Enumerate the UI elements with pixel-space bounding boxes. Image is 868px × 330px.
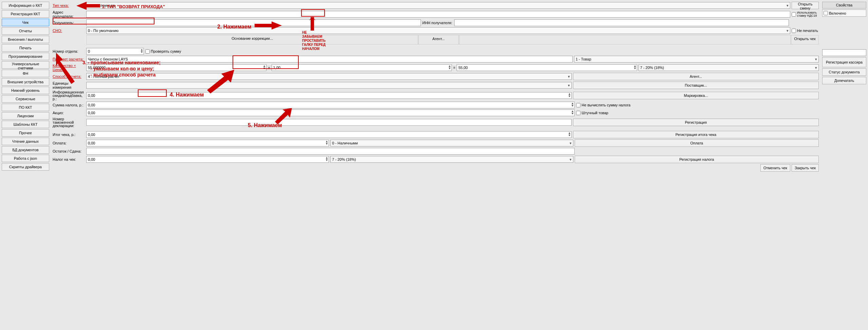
recipient-addr-label: Адрес получателя: bbox=[53, 10, 85, 18]
doc-status-button[interactable]: Статус документа bbox=[822, 68, 866, 76]
piece-goods-check[interactable]: Штучный товар bbox=[576, 111, 819, 115]
sno-combo[interactable]: 0 - По умолчанию bbox=[86, 27, 790, 34]
excise-label: Акциз: bbox=[53, 111, 85, 115]
check-type-combo[interactable]: 1 - Чек прихода bbox=[86, 2, 790, 9]
sidebar-item-ext-devices[interactable]: Внешние устройства bbox=[2, 78, 49, 86]
dept-no-input[interactable]: 0 bbox=[86, 48, 144, 55]
sidebar-item-kkt-software[interactable]: ПО ККТ bbox=[2, 104, 49, 111]
svg-marker-3 bbox=[207, 70, 234, 93]
sidebar-item-deposits[interactable]: Внесения / выплаты bbox=[2, 36, 49, 43]
marking-button[interactable]: Маркировка... bbox=[573, 92, 819, 99]
sno-label: СНО: bbox=[53, 29, 85, 33]
sidebar-item-fn[interactable]: ФН bbox=[2, 70, 49, 77]
cancel-check-button[interactable]: Отменить чек bbox=[760, 164, 790, 172]
change-input[interactable] bbox=[86, 148, 575, 155]
sidebar-item-programming[interactable]: Программирование bbox=[2, 53, 49, 60]
units-combo[interactable] bbox=[86, 82, 572, 89]
payment-input[interactable]: 0,00 bbox=[86, 140, 329, 146]
subject-input[interactable] bbox=[86, 56, 573, 63]
correction-button[interactable]: Основание коррекции... bbox=[86, 35, 418, 45]
payment-button[interactable]: Оплата bbox=[575, 139, 819, 147]
equals-label: = bbox=[453, 66, 455, 70]
price-input[interactable]: 1,00 bbox=[272, 64, 452, 71]
no-calc-tax-check[interactable]: Не вычислять сумму налога bbox=[576, 103, 819, 107]
recipient-input[interactable] bbox=[86, 19, 421, 26]
sidebar: Информация о ККТ Регистрация ККТ Чек Отч… bbox=[0, 0, 51, 204]
sidebar-item-json[interactable]: Работа с json bbox=[2, 155, 49, 162]
tax-sum-input[interactable]: 0,00 bbox=[86, 102, 575, 108]
sidebar-item-check[interactable]: Чек bbox=[2, 19, 49, 26]
sidebar-item-service[interactable]: Сервисные bbox=[2, 95, 49, 103]
svg-marker-1 bbox=[255, 21, 282, 30]
properties-header: Свойства bbox=[822, 2, 866, 8]
main-panel: Тип чека: 1 - Чек прихода Открыть смену … bbox=[51, 0, 820, 204]
sidebar-item-info[interactable]: Информация о ККТ bbox=[2, 2, 49, 9]
close-check-button[interactable]: Закрыть чек bbox=[792, 164, 819, 172]
info-discount-label: Информационная скидка/надбавка, р.: bbox=[53, 90, 85, 101]
info-discount-input[interactable]: 0,00 bbox=[86, 92, 572, 99]
excise-input[interactable]: 0,00 bbox=[86, 109, 575, 116]
check-total-label: Итог чека, р.: bbox=[53, 133, 85, 137]
verify-sum-check[interactable]: Проверять сумму bbox=[145, 49, 181, 54]
agent-button-top[interactable]: Агент... bbox=[418, 35, 459, 45]
inn-input[interactable] bbox=[454, 19, 789, 26]
right-input[interactable] bbox=[822, 49, 866, 56]
sidebar-item-scripts[interactable]: Скрипты драйвера bbox=[2, 163, 49, 171]
check-total-input[interactable]: 0,00 bbox=[86, 131, 572, 138]
reg-cashier-button[interactable]: Регистрация кассира bbox=[822, 57, 866, 67]
open-check-button[interactable]: Открыть чек bbox=[791, 35, 819, 45]
subject-type-combo[interactable]: 1 - Товар bbox=[574, 56, 819, 63]
supplier-button[interactable]: Поставщик... bbox=[573, 82, 819, 89]
open-shift-button[interactable]: Открыть смену bbox=[792, 2, 819, 9]
recipient-label: Получатель: bbox=[53, 21, 85, 25]
check-tax-label: Налог на чек: bbox=[53, 157, 85, 161]
sidebar-item-other[interactable]: Прочее bbox=[2, 129, 49, 137]
sidebar-item-reports[interactable]: Отчеты bbox=[2, 27, 49, 35]
right-panel: Свойства Включено Регистрация кассира Ст… bbox=[820, 0, 868, 204]
qty-input[interactable]: 55,000000 bbox=[86, 64, 266, 71]
check-tax-type-combo[interactable]: 7 - 20% (18%) bbox=[330, 156, 573, 163]
customs-input[interactable] bbox=[86, 119, 572, 126]
change-label: Остаток / Сдача: bbox=[53, 149, 85, 153]
agent-button[interactable]: Агент... bbox=[573, 73, 819, 80]
sidebar-item-counters[interactable]: Универсальные счетчики bbox=[2, 61, 49, 69]
tax-combo[interactable]: 7 - 20% (18%) bbox=[639, 64, 819, 71]
enabled-check[interactable]: Включено bbox=[822, 10, 866, 17]
payment-type-combo[interactable]: 0 - Наличными bbox=[330, 140, 573, 146]
sidebar-item-reg[interactable]: Регистрация ККТ bbox=[2, 10, 49, 18]
payment-label: Оплата: bbox=[53, 141, 85, 145]
reg-tax-button[interactable]: Регистрация налога bbox=[575, 156, 819, 163]
svg-marker-4 bbox=[275, 108, 292, 124]
sidebar-item-licenses[interactable]: Лицензии bbox=[2, 112, 49, 120]
use-vat18-check[interactable]: Использовать ставку НДС18 bbox=[792, 11, 819, 17]
tax-sum-label: Сумма налога, р.: bbox=[53, 103, 85, 107]
reprint-button[interactable]: Допечатать bbox=[822, 77, 866, 84]
no-print-check[interactable]: Не печатать bbox=[792, 29, 819, 33]
check-tax-input[interactable]: 0,00 bbox=[86, 156, 329, 163]
sidebar-item-db-docs[interactable]: БД документов bbox=[2, 146, 49, 154]
reg-check-total-button[interactable]: Регистрация итога чека bbox=[573, 131, 819, 138]
registration-button[interactable]: Регистрация bbox=[573, 119, 819, 126]
sidebar-item-print[interactable]: Печать bbox=[2, 44, 49, 52]
svg-marker-0 bbox=[76, 2, 100, 10]
svg-marker-2 bbox=[56, 53, 75, 84]
method-combo[interactable]: 4 - Полный расчет bbox=[86, 73, 572, 80]
recipient-addr-input[interactable] bbox=[86, 11, 790, 18]
customs-label: Номер таможенной декларации: bbox=[53, 117, 85, 127]
multiply-label: × bbox=[268, 66, 270, 70]
sidebar-item-templates[interactable]: Шаблоны ККТ bbox=[2, 121, 49, 128]
inn-label: ИНН получателя: bbox=[422, 21, 453, 25]
sidebar-item-low-level[interactable]: Нижний уровень bbox=[2, 87, 49, 94]
sidebar-item-read-data[interactable]: Чтение данных bbox=[2, 138, 49, 145]
total-input[interactable]: 55,00 bbox=[457, 64, 637, 71]
